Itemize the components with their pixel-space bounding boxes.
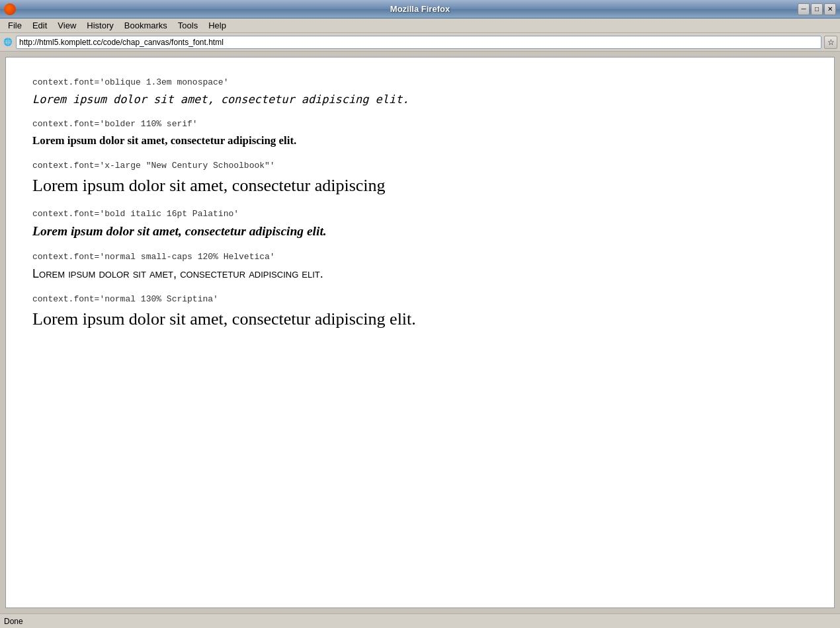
menu-help[interactable]: Help <box>203 19 231 32</box>
address-bar: 🌐 ☆ <box>0 33 840 52</box>
page-frame: context.font='oblique 1.3em monospace' L… <box>5 57 835 608</box>
font-demo-text-6: Lorem ipsum dolor sit amet, consectetur … <box>32 309 808 329</box>
menu-history[interactable]: History <box>81 19 118 32</box>
font-code-4: context.font='bold italic 16pt Palatino' <box>32 209 808 219</box>
font-demo-text-2: Lorem ipsum dolor sit amet, consectetur … <box>32 134 808 147</box>
font-section-6: context.font='normal 130% Scriptina' Lor… <box>32 294 808 329</box>
minimize-button[interactable]: ─ <box>798 3 810 15</box>
restore-button[interactable]: □ <box>811 3 823 15</box>
title-bar-left <box>4 3 16 15</box>
font-demo-text-3: Lorem ipsum dolor sit amet, consectetur … <box>32 176 808 196</box>
address-input[interactable] <box>16 36 821 49</box>
close-button[interactable]: ✕ <box>824 3 836 15</box>
browser-content: context.font='oblique 1.3em monospace' L… <box>0 52 840 613</box>
status-bar: Done <box>0 613 840 628</box>
font-section-5: context.font='normal small-caps 120% Hel… <box>32 252 808 281</box>
menu-view[interactable]: View <box>52 19 81 32</box>
menu-edit[interactable]: Edit <box>27 19 52 32</box>
font-code-3: context.font='x-large "New Century Schoo… <box>32 161 808 171</box>
status-text: Done <box>4 617 23 626</box>
font-section-4: context.font='bold italic 16pt Palatino'… <box>32 209 808 239</box>
font-section-3: context.font='x-large "New Century Schoo… <box>32 161 808 196</box>
window-title: Mozilla Firefox <box>390 4 450 14</box>
menu-tools[interactable]: Tools <box>173 19 203 32</box>
bookmark-star-icon[interactable]: ☆ <box>824 36 837 49</box>
font-section-1: context.font='oblique 1.3em monospace' L… <box>32 77 808 106</box>
menu-file[interactable]: File <box>3 19 27 32</box>
font-demo-text-5: Lorem ipsum dolor sit amet, consectetur … <box>32 267 808 281</box>
font-section-2: context.font='bolder 110% serif' Lorem i… <box>32 119 808 147</box>
font-code-5: context.font='normal small-caps 120% Hel… <box>32 252 808 262</box>
font-code-2: context.font='bolder 110% serif' <box>32 119 808 129</box>
security-icon: 🌐 <box>3 37 13 48</box>
title-bar: Mozilla Firefox ─ □ ✕ <box>0 0 840 19</box>
menu-bar: File Edit View History Bookmarks Tools H… <box>0 19 840 33</box>
menu-bookmarks[interactable]: Bookmarks <box>119 19 173 32</box>
font-code-1: context.font='oblique 1.3em monospace' <box>32 77 808 87</box>
font-demo-text-4: Lorem ipsum dolor sit amet, consectetur … <box>32 224 808 239</box>
firefox-icon <box>4 3 16 15</box>
font-code-6: context.font='normal 130% Scriptina' <box>32 294 808 304</box>
font-demo-text-1: Lorem ipsum dolor sit amet, consectetur … <box>32 93 808 106</box>
window-controls[interactable]: ─ □ ✕ <box>798 3 836 15</box>
